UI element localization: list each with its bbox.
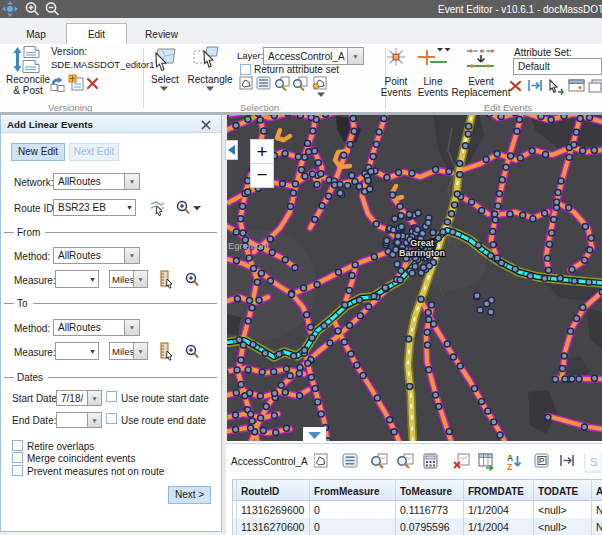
svg-text:Egremont: Egremont (228, 240, 270, 251)
svg-text:Barrington: Barrington (399, 248, 445, 258)
svg-text:Great: Great (410, 238, 434, 248)
svg-text:S: S (590, 456, 597, 468)
svg-text:Z: Z (507, 462, 512, 472)
